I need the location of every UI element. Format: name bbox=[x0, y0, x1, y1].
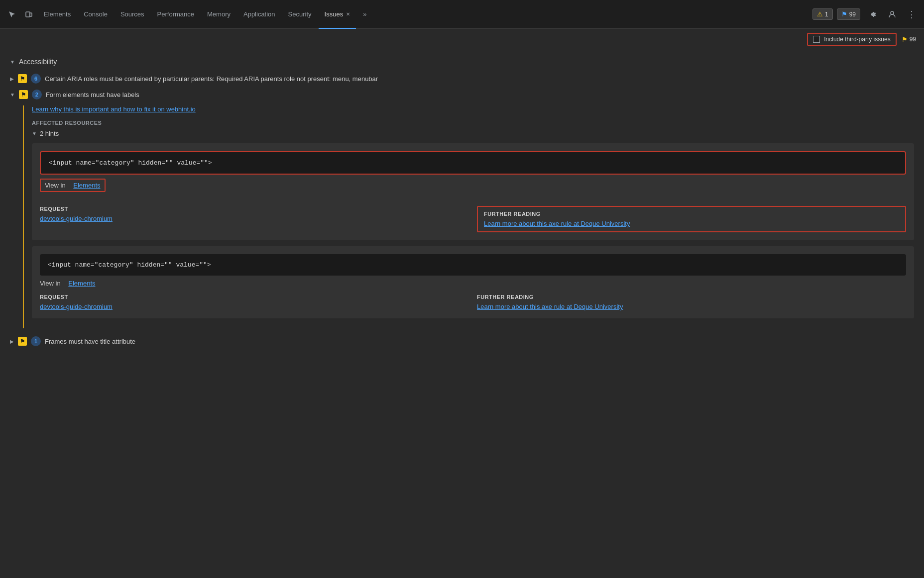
issues-count-badge: ⚑ 99 bbox=[902, 36, 916, 43]
form-issue-container: ▼ ⚑ 2 Form elements must have labels Lea… bbox=[10, 90, 914, 328]
profile-icon[interactable] bbox=[884, 6, 900, 22]
frames-count-badge: 1 bbox=[31, 336, 41, 346]
aria-issue-text: Certain ARIA roles must be contained by … bbox=[45, 75, 378, 83]
further-link-1[interactable]: Learn more about this axe rule at Deque … bbox=[484, 220, 630, 227]
form-issue-text: Form elements must have labels bbox=[46, 91, 139, 98]
code-block-2: <input name="category" hidden="" value="… bbox=[40, 254, 906, 276]
code-text-1: <input name="category" hidden="" value="… bbox=[49, 159, 212, 167]
flag-badge[interactable]: ⚑ 99 bbox=[837, 8, 860, 20]
warning-icon: ⚑ bbox=[18, 74, 27, 83]
warning-icon-3: ⚑ bbox=[18, 337, 27, 346]
flag-icon: ⚑ bbox=[841, 10, 847, 18]
code-text-2: <input name="category" hidden="" value="… bbox=[48, 261, 211, 269]
warning-badge[interactable]: ⚠ 1 bbox=[812, 8, 833, 20]
request-section-1: REQUEST devtools-guide-chromium bbox=[40, 206, 469, 232]
tab-memory[interactable]: Memory bbox=[201, 0, 236, 29]
tab-application[interactable]: Application bbox=[237, 0, 281, 29]
tab-security[interactable]: Security bbox=[282, 0, 318, 29]
svg-rect-1 bbox=[30, 13, 32, 16]
affected-resources-label: AFFECTED RESOURCES bbox=[32, 120, 914, 126]
code-block-1: <input name="category" hidden="" value="… bbox=[40, 151, 906, 175]
third-party-checkbox[interactable] bbox=[813, 36, 820, 43]
cursor-icon[interactable] bbox=[4, 6, 20, 22]
issues-flag-icon: ⚑ bbox=[902, 36, 908, 43]
hint-card-1: <input name="category" hidden="" value="… bbox=[32, 143, 914, 240]
accessibility-section-header[interactable]: ▼ Accessibility bbox=[10, 58, 914, 66]
hints-chevron: ▼ bbox=[32, 131, 37, 136]
elements-link-1[interactable]: Elements bbox=[73, 182, 100, 189]
hints-header[interactable]: ▼ 2 hints bbox=[32, 130, 914, 137]
request-link-2[interactable]: devtools-guide-chromium bbox=[40, 303, 113, 310]
tab-performance[interactable]: Performance bbox=[151, 0, 200, 29]
tab-console[interactable]: Console bbox=[78, 0, 114, 29]
request-label-2: REQUEST bbox=[40, 294, 469, 300]
view-in-row-1: View in Elements bbox=[40, 179, 106, 192]
tab-close-icon[interactable]: ✕ bbox=[346, 11, 350, 17]
further-label-1: FURTHER READING bbox=[484, 211, 899, 217]
view-in-row-2: View in Elements bbox=[40, 280, 906, 287]
form-issue-expanded: Learn why this is important and how to f… bbox=[23, 105, 914, 328]
further-reading-box-1: FURTHER READING Learn more about this ax… bbox=[477, 206, 906, 232]
further-section-2: FURTHER READING Learn more about this ax… bbox=[477, 294, 906, 310]
devtools-toolbar: Elements Console Sources Performance Mem… bbox=[0, 0, 924, 29]
aria-count-badge: 6 bbox=[31, 74, 41, 84]
warning-icon-2: ⚑ bbox=[19, 90, 28, 99]
webhint-link[interactable]: Learn why this is important and how to f… bbox=[32, 105, 196, 113]
aria-issue-row[interactable]: ▶ ⚑ 6 Certain ARIA roles must be contain… bbox=[10, 74, 914, 84]
hint-details-1: REQUEST devtools-guide-chromium FURTHER … bbox=[40, 206, 906, 232]
form-count-badge: 2 bbox=[32, 90, 42, 99]
more-options-icon[interactable]: ⋮ bbox=[904, 6, 920, 22]
warning-icon: ⚠ bbox=[817, 10, 823, 18]
tab-issues[interactable]: Issues ✕ bbox=[319, 0, 356, 29]
settings-icon[interactable] bbox=[864, 6, 880, 22]
hint-card-2: <input name="category" hidden="" value="… bbox=[32, 246, 914, 318]
hint-details-2: REQUEST devtools-guide-chromium FURTHER … bbox=[40, 294, 906, 310]
request-section-2: REQUEST devtools-guide-chromium bbox=[40, 294, 469, 310]
request-label-1: REQUEST bbox=[40, 206, 469, 212]
toolbar-right: ⚠ 1 ⚑ 99 ⋮ bbox=[812, 6, 920, 22]
elements-link-2[interactable]: Elements bbox=[68, 280, 95, 287]
further-label-2: FURTHER READING bbox=[477, 294, 906, 300]
more-tabs-button[interactable]: » bbox=[357, 0, 372, 29]
svg-rect-0 bbox=[26, 12, 30, 17]
chevron-right-icon-2: ▶ bbox=[10, 339, 14, 344]
request-link-1[interactable]: devtools-guide-chromium bbox=[40, 215, 113, 222]
svg-point-2 bbox=[891, 11, 894, 14]
tab-sources[interactable]: Sources bbox=[115, 0, 150, 29]
chevron-down-icon-2: ▼ bbox=[10, 92, 15, 97]
device-toggle-icon[interactable] bbox=[21, 6, 37, 22]
top-bar: Include third-party issues ⚑ 99 bbox=[0, 29, 924, 50]
third-party-toggle[interactable]: Include third-party issues bbox=[807, 33, 896, 46]
tab-elements[interactable]: Elements bbox=[38, 0, 77, 29]
frames-issue-row[interactable]: ▶ ⚑ 1 Frames must have title attribute bbox=[10, 336, 914, 346]
chevron-down-icon: ▼ bbox=[10, 59, 15, 65]
main-content: ▼ Accessibility ▶ ⚑ 6 Certain ARIA roles… bbox=[0, 50, 924, 577]
form-issue-row[interactable]: ▼ ⚑ 2 Form elements must have labels bbox=[10, 90, 914, 99]
further-section-1: FURTHER READING Learn more about this ax… bbox=[477, 206, 906, 232]
frames-issue-text: Frames must have title attribute bbox=[45, 338, 135, 345]
chevron-right-icon: ▶ bbox=[10, 76, 14, 82]
further-link-2[interactable]: Learn more about this axe rule at Deque … bbox=[477, 303, 623, 310]
